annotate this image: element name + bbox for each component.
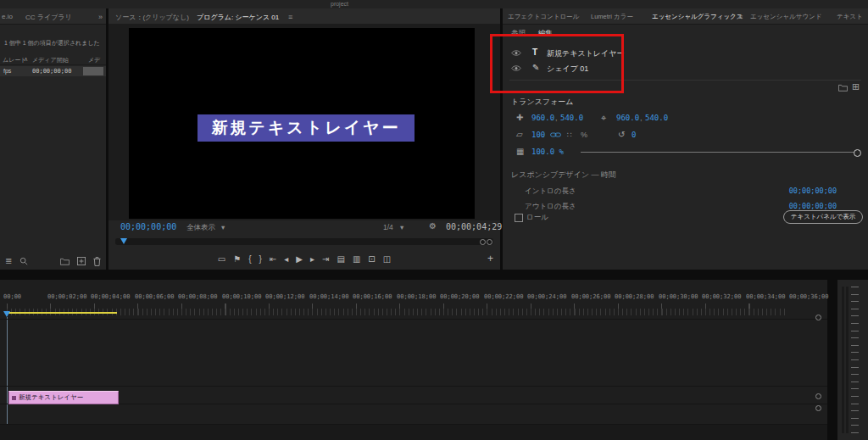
tab-cc-libraries[interactable]: CC ライブラリ [25, 13, 72, 22]
new-folder-icon[interactable] [838, 84, 848, 92]
playback-resolution-select[interactable]: 1/4 [383, 223, 393, 231]
ruler-label[interactable]: 00;00;20;00 [440, 293, 479, 300]
ruler-label[interactable]: 00;00;18;00 [397, 293, 436, 300]
mark-in-icon[interactable]: { [248, 254, 251, 264]
timeline-clip-text-layer[interactable]: 新規テキストレイヤー [8, 391, 119, 404]
button-editor-icon[interactable]: + [487, 253, 493, 265]
sort-ascending-icon: ∧ [24, 56, 28, 63]
add-marker-icon[interactable]: ⚑ [233, 254, 241, 264]
show-text-panel-button[interactable]: テキストパネルで表示 [783, 210, 863, 224]
lift-icon[interactable]: ▤ [337, 254, 344, 264]
scale-icon: ▱ [516, 131, 523, 139]
ruler-label[interactable]: 00;00;24;00 [527, 293, 566, 300]
video-frame[interactable]: 新規テキストレイヤー [129, 28, 475, 219]
position-y-value[interactable]: 540.0 [560, 114, 583, 122]
scrollbar-handle-audio[interactable] [815, 405, 821, 411]
ruler-label[interactable]: 00;00;14;00 [309, 293, 348, 300]
link-scale-icon[interactable] [550, 131, 561, 138]
safe-margins-icon[interactable]: ▭ [218, 254, 225, 264]
tab-program-monitor[interactable]: プログラム: シーケンス 01 [197, 13, 279, 22]
layer-row-shape[interactable]: ✎ シェイプ 01 [503, 61, 868, 75]
tab-frameio[interactable]: e.io [2, 13, 13, 20]
scrollbar-handle-video[interactable] [815, 393, 821, 399]
search-icon[interactable] [19, 257, 28, 265]
scrub-handle-right[interactable] [487, 239, 492, 245]
ruler-label[interactable]: 00;00 [3, 293, 21, 300]
new-bin-icon[interactable] [77, 257, 86, 265]
panel-menu-icon[interactable]: ≡ [738, 13, 743, 21]
comparison-view-icon[interactable]: ◫ [383, 254, 391, 264]
ruler-label[interactable]: 00;00;36;00 [789, 293, 828, 300]
transform-section-title[interactable]: トランスフォーム [511, 97, 573, 108]
new-folder-icon[interactable] [60, 258, 70, 265]
ruler-label[interactable]: 00;00;30;00 [659, 293, 698, 300]
scrub-handle-left[interactable] [480, 239, 486, 245]
anchor-x-value[interactable]: 960.0 [616, 114, 639, 122]
monitor-scrub-bar[interactable] [115, 238, 493, 245]
ruler-label[interactable]: 00;00;26;00 [571, 293, 610, 300]
layer-row-text[interactable]: T 新規テキストレイヤー [503, 46, 868, 60]
export-frame-icon[interactable]: ⊡ [368, 254, 375, 264]
ruler-label[interactable]: 00;00;16;00 [353, 293, 392, 300]
text-layer-preview[interactable]: 新規テキストレイヤー [198, 114, 415, 142]
ruler-label[interactable]: 00;00;32;00 [702, 293, 741, 300]
column-header-media[interactable]: メデ [88, 56, 100, 64]
opacity-slider-knob[interactable] [854, 149, 861, 157]
go-to-in-icon[interactable]: ⇤ [270, 254, 276, 264]
ruler-label[interactable]: 00;00;12;00 [265, 293, 304, 300]
monitor-playhead[interactable] [120, 238, 127, 244]
project-panel-tabbar: e.io CC ライブラリ » [0, 8, 106, 25]
ruler-label[interactable]: 00;00;34;00 [746, 293, 785, 300]
ruler-label[interactable]: 00;00;10;00 [222, 293, 261, 300]
intro-length-value[interactable]: 00;00;00;00 [789, 187, 837, 195]
new-layer-icon[interactable]: ⊞ [852, 82, 860, 91]
work-area-bar[interactable] [7, 312, 117, 314]
ruler-label[interactable]: 00;00;22;00 [484, 293, 523, 300]
go-to-out-icon[interactable]: ⇥ [322, 254, 329, 264]
ruler-label[interactable]: 00;00;28;00 [615, 293, 654, 300]
zoom-level-select[interactable]: 全体表示 [186, 223, 215, 233]
subtab-edit[interactable]: 編集 [538, 29, 553, 39]
ruler-label[interactable]: 00;00;04;00 [91, 293, 130, 300]
table-row[interactable]: fps 00;00;00;00 [0, 66, 106, 76]
ruler-label[interactable]: 00;00;08;00 [178, 293, 217, 300]
rotation-value[interactable]: 0 [632, 131, 636, 139]
tab-essential-sound[interactable]: エッセンシャルサウンド [750, 13, 821, 21]
tab-source-monitor[interactable]: ソース：(クリップなし) [115, 13, 189, 22]
outro-length-value[interactable]: 00;00;00;00 [789, 202, 837, 210]
opacity-value[interactable]: 100.0 % [531, 148, 564, 156]
mark-out-icon[interactable]: } [259, 254, 262, 264]
step-back-icon[interactable]: ◂ [284, 254, 288, 264]
opacity-slider-track[interactable] [581, 152, 856, 153]
scale-value[interactable]: 100 [531, 131, 545, 139]
tab-effect-controls[interactable]: エフェクトコントロール [508, 13, 579, 21]
anchor-y-value[interactable]: 540.0 [645, 114, 668, 122]
video-audio-divider[interactable] [0, 404, 827, 404]
tab-lumetri-color[interactable]: Lumetri カラー [591, 13, 633, 21]
timeline-playhead-head[interactable] [3, 311, 10, 317]
play-icon[interactable]: ▶ [296, 254, 303, 264]
responsive-section-title[interactable]: レスポンシブデザイン — 時間 [511, 170, 616, 181]
roll-checkbox[interactable] [515, 214, 523, 222]
panel-menu-icon[interactable]: ≡ [288, 13, 292, 21]
ruler-label[interactable]: 00;00;02;00 [47, 293, 86, 300]
current-timecode[interactable]: 00;00;00;00 [120, 222, 176, 231]
list-view-icon[interactable]: ≣ [5, 257, 12, 265]
extract-icon[interactable]: ▥ [353, 254, 360, 264]
column-header-media-start[interactable]: メディア開始 [32, 56, 69, 64]
layer-label[interactable]: 新規テキストレイヤー [547, 48, 624, 59]
visibility-eye-icon[interactable] [511, 49, 521, 57]
tab-essential-graphics[interactable]: エッセンシャルグラフィックス [652, 13, 743, 21]
step-forward-icon[interactable]: ▸ [310, 254, 314, 264]
visibility-eye-icon[interactable] [511, 64, 521, 72]
subtab-browse[interactable]: 参照 [511, 29, 526, 39]
position-x-value[interactable]: 960.0 [531, 114, 554, 122]
tab-overflow-icon[interactable]: » [98, 13, 103, 21]
settings-wrench-icon[interactable]: ⚙ [429, 222, 437, 231]
tab-text[interactable]: テキスト [837, 13, 863, 21]
trash-icon[interactable] [93, 257, 101, 266]
position-comma: , [555, 114, 558, 122]
layer-label[interactable]: シェイプ 01 [547, 64, 588, 75]
ruler-label[interactable]: 00;00;06;00 [135, 293, 174, 300]
scrollbar-handle-top[interactable] [815, 315, 821, 320]
